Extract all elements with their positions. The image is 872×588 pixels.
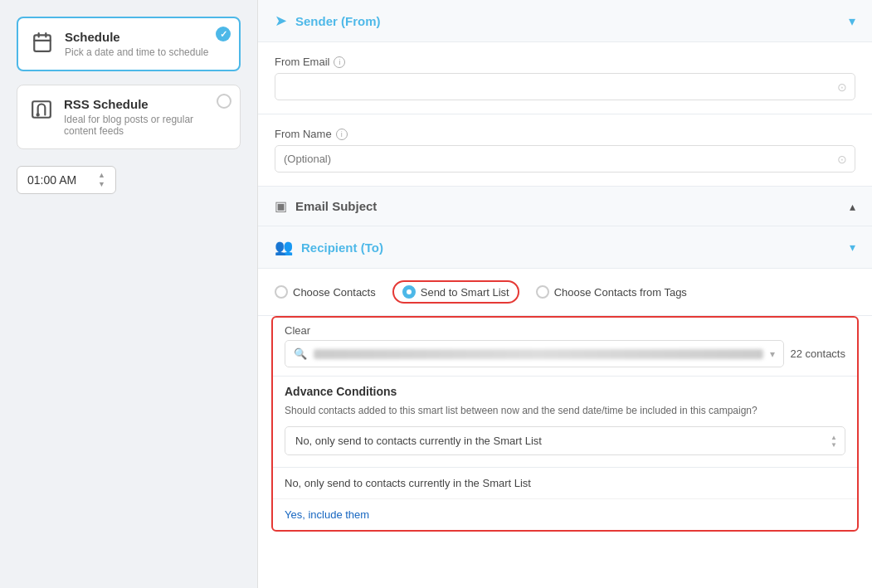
dropdown-arrow: ▾ (770, 348, 775, 360)
from-name-info-icon: i (336, 129, 348, 140)
schedule-description: Pick a date and time to schedule (65, 46, 208, 58)
from-name-tag-icon: ⊙ (837, 153, 847, 166)
radio-smart-list-label: Send to Smart List (421, 286, 509, 299)
recipient-header[interactable]: 👥 Recipient (To) ▾ (258, 226, 872, 269)
email-subject-icon: ▣ (275, 198, 287, 214)
rss-card-text: RSS Schedule Ideal for blog posts or reg… (64, 97, 227, 137)
dropdown-row: 🔍 ▾ 22 contacts (273, 340, 857, 376)
smart-list-section: Clear 🔍 ▾ 22 contacts Advance Conditions… (271, 316, 859, 532)
recipient-chevron: ▾ (850, 241, 855, 254)
advance-condition-select[interactable]: No, only send to contacts currently in t… (285, 426, 845, 455)
rss-card[interactable]: RSS Schedule Ideal for blog posts or reg… (17, 85, 241, 149)
radio-contacts-from-tags-label: Choose Contacts from Tags (554, 286, 687, 299)
svg-point-5 (37, 114, 39, 115)
sender-chevron: ▾ (849, 13, 855, 29)
smart-list-dropdown[interactable]: 🔍 ▾ (285, 340, 784, 367)
radio-smart-list-circle (402, 285, 416, 299)
radio-smart-list[interactable]: Send to Smart List (402, 285, 509, 299)
from-email-section: From Email i ⊙ (258, 42, 872, 114)
advance-conditions-desc: Should contacts added to this smart list… (285, 403, 845, 418)
schedule-card[interactable]: Schedule Pick a date and time to schedul… (17, 17, 241, 71)
sender-section-header[interactable]: ➤ Sender (From) ▾ (258, 0, 872, 42)
email-subject-chevron: ▴ (850, 200, 855, 213)
selected-list-text (314, 349, 763, 359)
email-subject-title: Email Subject (295, 199, 377, 213)
rss-description: Ideal for blog posts or regular content … (64, 114, 227, 137)
advance-condition-selected: No, only send to contacts currently in t… (295, 435, 542, 447)
advance-conditions: Advance Conditions Should contacts added… (273, 376, 857, 467)
radio-contacts-from-tags-circle (536, 285, 549, 299)
advance-select-wrapper: No, only send to contacts currently in t… (285, 426, 845, 455)
sender-icon: ➤ (275, 12, 287, 30)
dropdown-option-0[interactable]: No, only send to contacts currently in t… (273, 468, 857, 499)
time-arrows[interactable]: ▲ ▼ (98, 172, 105, 188)
right-panel: ➤ Sender (From) ▾ From Email i ⊙ From Na… (257, 0, 872, 588)
recipient-title: Recipient (To) (301, 241, 383, 255)
from-email-label: From Email i (275, 56, 855, 68)
radio-choose-contacts-circle (275, 285, 288, 299)
sender-title: Sender (From) (295, 14, 381, 28)
dropdown-option-1[interactable]: Yes, include them (273, 499, 857, 530)
email-subject-header[interactable]: ▣ Email Subject ▴ (258, 187, 872, 226)
time-down-arrow[interactable]: ▼ (98, 181, 105, 188)
sender-header-left: ➤ Sender (From) (275, 12, 381, 30)
recipient-icon: 👥 (275, 238, 293, 256)
from-name-input[interactable] (275, 145, 855, 173)
time-up-arrow[interactable]: ▲ (98, 172, 105, 179)
time-picker: 01:00 AM ▲ ▼ (17, 166, 241, 194)
time-value: 01:00 AM (27, 173, 76, 187)
from-name-section: From Name i ⊙ (258, 114, 872, 187)
schedule-title: Schedule (65, 30, 208, 44)
radio-options-row: Choose Contacts Send to Smart List Choos… (258, 269, 872, 316)
schedule-card-text: Schedule Pick a date and time to schedul… (65, 30, 208, 58)
from-email-info-icon: i (334, 56, 345, 68)
email-subject-header-left: ▣ Email Subject (275, 198, 377, 214)
from-email-input[interactable] (275, 73, 855, 100)
recipient-header-left: 👥 Recipient (To) (275, 238, 383, 256)
advance-conditions-title: Advance Conditions (285, 385, 845, 398)
select-up-arrow: ▲ (831, 434, 837, 440)
from-name-input-wrapper: ⊙ (275, 145, 855, 173)
radio-choose-contacts-label: Choose Contacts (293, 286, 376, 299)
clear-label[interactable]: Clear (285, 324, 310, 337)
rss-radio-empty (217, 94, 231, 109)
clear-row: Clear (273, 318, 857, 340)
select-arrows: ▲ ▼ (831, 434, 837, 448)
search-icon: 🔍 (294, 347, 307, 360)
radio-contacts-from-tags[interactable]: Choose Contacts from Tags (536, 285, 687, 299)
dropdown-options-list: No, only send to contacts currently in t… (273, 467, 857, 530)
from-email-input-wrapper: ⊙ (275, 73, 855, 100)
schedule-icon (32, 32, 55, 55)
radio-choose-contacts[interactable]: Choose Contacts (275, 285, 376, 299)
left-panel: Schedule Pick a date and time to schedul… (0, 0, 257, 588)
rss-icon (31, 99, 54, 122)
rss-title: RSS Schedule (64, 97, 227, 111)
select-down-arrow: ▼ (831, 441, 837, 448)
from-name-label: From Name i (275, 128, 855, 140)
from-email-tag-icon: ⊙ (837, 80, 847, 94)
schedule-selected-indicator (216, 27, 231, 41)
time-input-field[interactable]: 01:00 AM ▲ ▼ (17, 166, 116, 194)
radio-smart-list-highlight: Send to Smart List (392, 280, 519, 304)
svg-rect-0 (34, 35, 51, 51)
contacts-count: 22 contacts (791, 347, 846, 360)
